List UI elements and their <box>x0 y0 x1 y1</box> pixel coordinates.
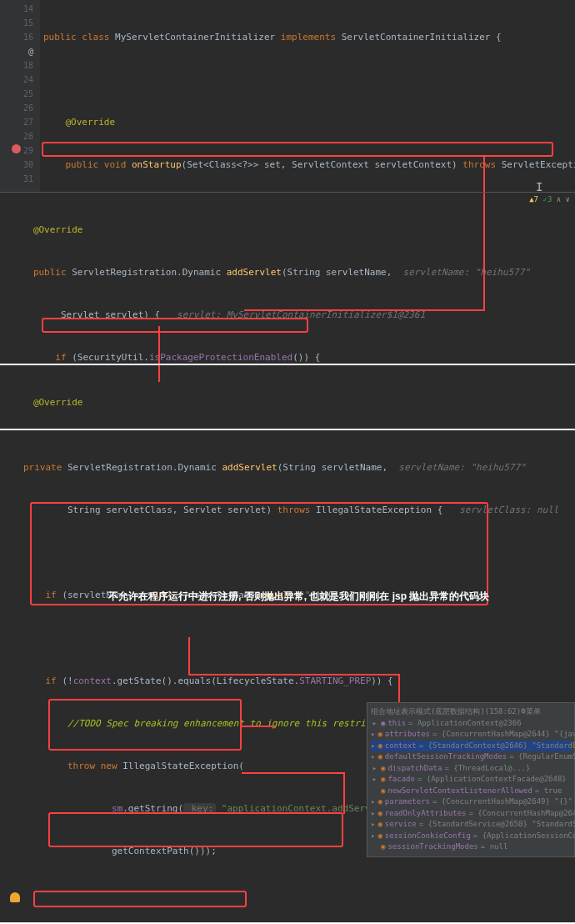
debug-row[interactable]: ◉newServletContextListenerAllowed= true <box>371 786 571 797</box>
debug-row[interactable]: ▸◉readOnlyAttributes= {ConcurrentHashMap… <box>371 808 571 820</box>
debug-row[interactable]: ▸◉sessionCookieConfig= {ApplicationSessi… <box>371 831 571 842</box>
debug-row[interactable]: ▸◉service= {StandardService@2650} "Stand… <box>371 819 571 831</box>
debug-row[interactable]: ▸◉defaultSessionTrackingModes= {RegularE… <box>371 751 571 763</box>
breakpoint-icon[interactable] <box>12 144 21 153</box>
gutter: 14 15 16 @ 18 24 25 26 27 28 29 30 31 <box>0 0 40 192</box>
debug-row[interactable]: ▸◉context= {StandardContext@2646} "Stand… <box>371 741 571 752</box>
popup-title: 组合地址表示模式(底层数据结构)(158:62)Ф菜单 <box>371 706 571 718</box>
debug-variables-popup[interactable]: 组合地址表示模式(底层数据结构)(158:62)Ф菜单 ▸◉this= Appl… <box>367 702 575 857</box>
intention-bulb-icon[interactable] <box>10 892 20 902</box>
warning-icon: ▲7 <box>529 195 538 203</box>
check-icon: ✓3 <box>542 195 552 203</box>
debug-row[interactable]: ◉sessionTrackingModes= null <box>371 841 571 853</box>
text-cursor-icon: I <box>536 178 542 192</box>
debug-row[interactable]: ▸◉this= ApplicationContext@2366 <box>371 718 571 730</box>
debug-row[interactable]: ▸◉attributes= {ConcurrentHashMap@2644} "… <box>371 729 571 741</box>
inspection-status[interactable]: ▲7 ✓3 ∧ ∨ <box>529 194 570 206</box>
code-panel-4[interactable]: private ServletRegistration.Dynamic addS… <box>0 430 575 922</box>
code-panel-2[interactable]: ▲7 ✓3 ∧ ∨ @Override public ServletRegist… <box>0 192 575 364</box>
debug-row[interactable]: ▸◉dispatchData= {ThreadLocal@...} <box>371 763 571 775</box>
code-panel-3[interactable]: @Override public ServletRegistration.Dyn… <box>0 365 575 429</box>
debug-row[interactable]: ▸◉parameters= {ConcurrentHashMap@2649} "… <box>371 796 571 808</box>
debug-row[interactable]: ▸◉facade= {ApplicationContextFacade@2648… <box>371 774 571 786</box>
code-panel-1[interactable]: 14 15 16 @ 18 24 25 26 27 28 29 30 31 pu… <box>0 0 575 192</box>
